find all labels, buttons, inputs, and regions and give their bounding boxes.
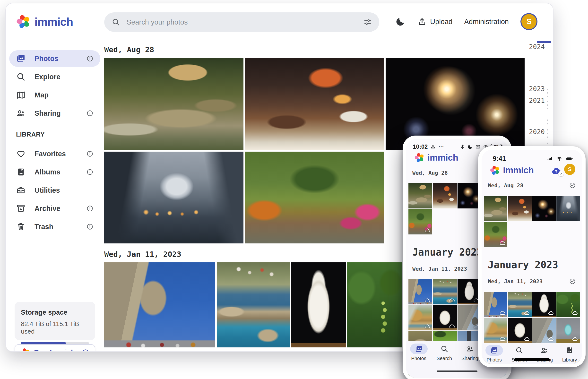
cloud-sync-icon xyxy=(547,336,554,342)
storage-usage-text: 82.4 TiB of 115.1 TiB used xyxy=(21,320,89,335)
phone2-screen: 9:41 immich S Wed, Aug 28January 2023Wed… xyxy=(482,150,582,364)
backup-check-bubble xyxy=(558,171,564,176)
app-header: immich Search your photos Upload Adminis… xyxy=(6,3,553,40)
cloud-sync-icon xyxy=(424,297,431,303)
sidebar-item-photos[interactable]: Photos xyxy=(9,50,100,67)
photo-tile-white-rock xyxy=(433,305,457,331)
heart-icon xyxy=(16,149,26,159)
people-icon xyxy=(16,108,26,118)
sidebar-item-label: Trash xyxy=(34,223,53,231)
dark-mode-toggle-moon-icon[interactable] xyxy=(395,16,406,27)
archive-icon xyxy=(16,204,26,213)
bluetooth-icon xyxy=(460,144,465,150)
header-actions: Upload Administration S xyxy=(395,3,538,40)
phone1-clock: 10:02 xyxy=(413,143,428,150)
search-icon xyxy=(440,345,448,353)
sidebar-item-explore[interactable]: Explore xyxy=(9,68,100,85)
buy-immich-button[interactable]: Buy Immich xyxy=(15,344,95,352)
scrubber-position-indicator[interactable] xyxy=(537,41,551,43)
nav-icon-pill xyxy=(436,344,453,354)
upload-button[interactable]: Upload xyxy=(417,17,452,26)
immich-flower-icon xyxy=(490,165,500,175)
trash-icon xyxy=(16,222,26,232)
sidebar-item-label: Map xyxy=(34,91,48,99)
search-input[interactable]: Search your photos xyxy=(104,12,379,32)
info-icon[interactable] xyxy=(86,150,94,158)
sidebar-item-map[interactable]: Map xyxy=(9,87,100,103)
info-icon[interactable] xyxy=(86,223,94,230)
phone-nav-photos: Photos xyxy=(482,345,507,364)
scrubber-year-label[interactable]: 2021 xyxy=(529,97,545,104)
info-icon[interactable] xyxy=(86,168,94,176)
upload-icon xyxy=(417,17,427,26)
photo-thumbnail-coastal-town[interactable] xyxy=(217,262,290,347)
date-group-header: Wed, Jan 11, 2023 xyxy=(412,266,467,272)
user-avatar[interactable]: S xyxy=(521,13,538,30)
sidebar-item-sharing[interactable]: Sharing xyxy=(9,105,100,122)
sidebar-item-label: Favorites xyxy=(34,150,66,158)
photo-tile-autumn-dinner xyxy=(508,196,531,221)
info-icon[interactable] xyxy=(82,349,89,352)
photos-icon xyxy=(415,345,423,353)
photo-tile-teal-figurine xyxy=(556,318,580,343)
photo-tile-fortress-wall xyxy=(484,292,507,317)
sidebar-item-archive[interactable]: Archive xyxy=(9,200,100,217)
sidebar-item-label: Albums xyxy=(34,168,60,176)
toolbox-icon xyxy=(16,185,26,195)
sidebar-nav: PhotosExploreMapSharing xyxy=(6,50,104,122)
photo-thumbnail-jungle-monkeys[interactable] xyxy=(104,58,243,150)
photo-tile-fireworks xyxy=(458,183,481,208)
photo-grid xyxy=(482,196,582,247)
library-icon xyxy=(565,346,574,354)
scrubber-tick-dot xyxy=(547,120,548,121)
photo-thumbnail-autumn-dinner[interactable] xyxy=(245,58,384,150)
sidebar-item-favorites[interactable]: Favorites xyxy=(9,145,100,162)
photo-thumbnail-fortress-wall[interactable] xyxy=(104,262,215,347)
nav-icon-pill xyxy=(510,345,528,356)
nav-label: Photos xyxy=(487,357,502,363)
sidebar-item-trash[interactable]: Trash xyxy=(9,218,100,235)
sharing-icon xyxy=(466,345,474,353)
info-icon[interactable] xyxy=(86,55,94,62)
scrubber-tick-dot xyxy=(547,142,548,144)
photo-thumbnail-green-berries[interactable] xyxy=(347,262,402,347)
photo-thumbnail-autumn-park[interactable] xyxy=(245,152,384,243)
cloud-sync-icon xyxy=(499,240,506,246)
photo-thumbnail-holding-hands[interactable] xyxy=(104,152,243,243)
phone2-home-indicator xyxy=(514,358,550,361)
sharing-icon xyxy=(540,346,549,354)
phone-mockup-ios: 9:41 immich S Wed, Aug 28January 2023Wed… xyxy=(478,146,586,367)
scrubber-year-label[interactable]: 2023 xyxy=(529,85,545,93)
sidebar-item-albums[interactable]: Albums xyxy=(9,164,100,180)
administration-link[interactable]: Administration xyxy=(464,18,509,26)
photos-icon xyxy=(490,346,498,354)
photo-tile-fireworks xyxy=(532,196,556,221)
dnd-moon-icon xyxy=(467,144,473,150)
avatar-initial: S xyxy=(526,17,532,26)
date-group-header: Wed, Jan 11, 2023 xyxy=(488,278,542,284)
scrubber-year-label[interactable]: 2024 xyxy=(529,43,545,50)
buy-immich-label: Buy Immich xyxy=(34,348,77,352)
search-filter-icon[interactable] xyxy=(363,18,372,27)
photo-tile-green-berries xyxy=(556,292,580,317)
cloud-sync-icon xyxy=(499,336,506,342)
info-icon[interactable] xyxy=(86,205,94,212)
photo-tile-ruins-wall xyxy=(458,305,481,331)
search-placeholder: Search your photos xyxy=(127,18,357,26)
storage-title: Storage space xyxy=(21,309,89,316)
phone2-status-icons xyxy=(546,156,574,162)
phone2-immich-logo: immich xyxy=(490,165,534,175)
sidebar-item-utilities[interactable]: Utilities xyxy=(9,182,100,199)
photo-thumbnail-marble-bust[interactable] xyxy=(291,262,346,347)
search-icon xyxy=(111,18,120,27)
scrubber-year-label[interactable]: 2020 xyxy=(529,128,545,136)
photo-tile-holding-hands xyxy=(556,196,580,221)
info-icon[interactable] xyxy=(86,110,94,117)
wifi-icon xyxy=(556,156,563,162)
immich-logo[interactable]: immich xyxy=(16,3,73,40)
map-icon xyxy=(16,90,26,100)
cloud-sync-icon xyxy=(499,310,506,316)
photo-tile-ruins-wall xyxy=(532,318,556,343)
immich-wordmark: immich xyxy=(34,15,73,29)
cloud-sync-icon xyxy=(523,336,530,342)
